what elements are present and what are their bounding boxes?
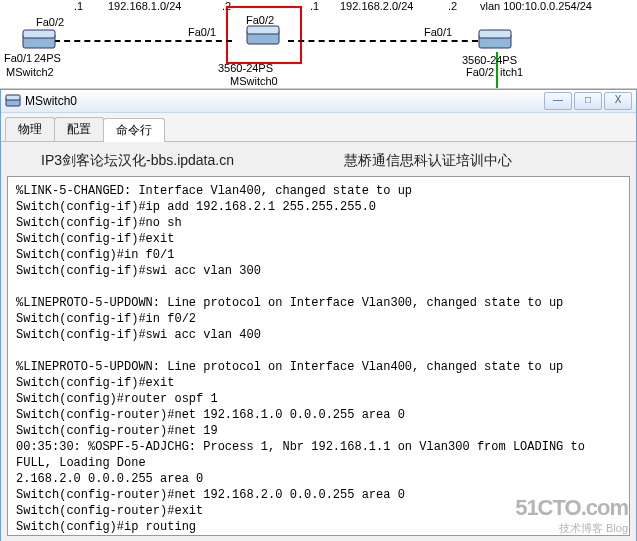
link-left [54, 40, 232, 42]
switch-icon[interactable] [246, 24, 280, 48]
device-name: MSwitch2 [6, 66, 54, 78]
port-label: Fa0/2 [466, 66, 494, 78]
port-label: Fa0/1 [4, 52, 32, 64]
ip-left: .1 [74, 0, 83, 12]
topology-canvas[interactable]: .1 192.168.1.0/24 .2 .1 192.168.2.0/24 .… [0, 0, 637, 89]
app-icon [5, 93, 21, 109]
ip-mid-right: .1 [310, 0, 319, 12]
device-name: MSwitch0 [230, 75, 278, 87]
svg-rect-5 [479, 30, 511, 38]
close-button[interactable]: X [604, 92, 632, 110]
tab-cli[interactable]: 命令行 [103, 118, 165, 142]
subnet-left: 192.168.1.0/24 [108, 0, 181, 12]
port-label: Fa0/2 [36, 16, 64, 28]
maximize-button[interactable]: □ [574, 92, 602, 110]
svg-rect-7 [6, 95, 20, 100]
subnet-right: 192.168.2.0/24 [340, 0, 413, 12]
minimize-button[interactable]: — [544, 92, 572, 110]
port-label: Fa0/1 [188, 26, 216, 38]
port-label: Fa0/2 [246, 14, 274, 26]
device-model: 3560-24PS [218, 62, 273, 74]
device-name: itch1 [500, 66, 523, 78]
app-window: MSwitch0 — □ X 物理 配置 命令行 IP3剑客论坛汉化-bbs.i… [0, 89, 637, 541]
svg-rect-3 [247, 26, 279, 34]
switch-icon[interactable] [478, 28, 512, 52]
device-model: 24PS [34, 52, 61, 64]
vlan-right: vlan 100:10.0.0.254/24 [480, 0, 592, 12]
cli-console[interactable]: %LINK-5-CHANGED: Interface Vlan400, chan… [7, 176, 630, 536]
tab-bar: 物理 配置 命令行 [1, 113, 636, 142]
port-label: Fa0/1 [424, 26, 452, 38]
subtitle-right: 慧桥通信思科认证培训中心 [344, 152, 512, 170]
device-model: 3560-24PS [462, 54, 517, 66]
window-body: IP3剑客论坛汉化-bbs.ipdata.cn 慧桥通信思科认证培训中心 %LI… [1, 142, 636, 541]
svg-rect-1 [23, 30, 55, 38]
titlebar[interactable]: MSwitch0 — □ X [1, 90, 636, 113]
tab-config[interactable]: 配置 [54, 117, 104, 141]
tab-physical[interactable]: 物理 [5, 117, 55, 141]
subtitle-left: IP3剑客论坛汉化-bbs.ipdata.cn [41, 152, 234, 170]
link-right [288, 40, 478, 42]
window-title: MSwitch0 [25, 94, 544, 108]
switch-icon[interactable] [22, 28, 56, 52]
ip-right: .2 [448, 0, 457, 12]
